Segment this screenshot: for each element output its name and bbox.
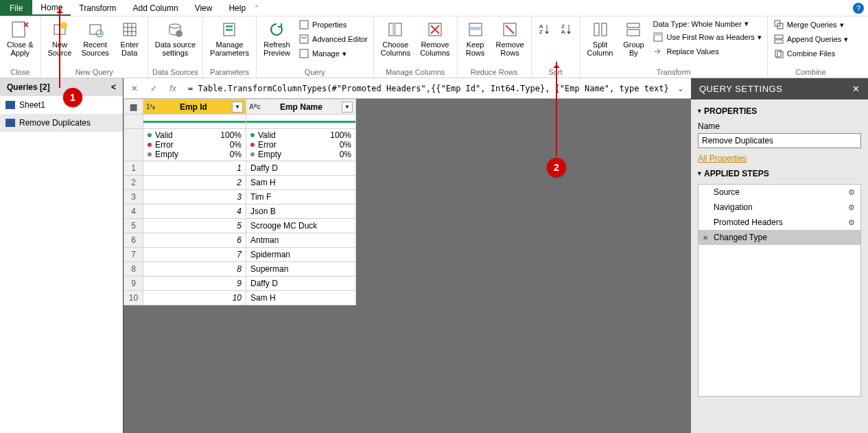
svg-rect-22 — [392, 23, 396, 36]
close-settings-icon[interactable]: ✕ — [852, 84, 860, 94]
group-by-button[interactable]: GroupBy — [620, 18, 647, 58]
keep-rows-button[interactable]: KeepRows — [462, 18, 489, 58]
svg-rect-16 — [226, 29, 233, 31]
gear-icon[interactable]: ⚙ — [848, 218, 855, 227]
properties-button[interactable]: Properties — [297, 18, 369, 32]
table-row[interactable]: 66Antman — [124, 233, 356, 248]
formula-bar: ✕ ✓ fx ⌄ — [124, 78, 691, 99]
collapse-ribbon-icon[interactable]: ⌃ — [254, 4, 259, 16]
collapse-queries-icon[interactable]: < — [111, 82, 116, 92]
formula-input[interactable] — [185, 81, 672, 96]
ribbon-group-transform: Transform — [585, 68, 763, 78]
column-header-emp-id[interactable]: 1²₃ Emp Id ▾ — [143, 100, 246, 115]
query-name-input[interactable] — [698, 133, 861, 148]
svg-rect-45 — [775, 40, 783, 43]
svg-rect-5 — [90, 25, 101, 34]
table-row[interactable]: 22Sam H — [124, 176, 356, 190]
append-queries-button[interactable]: Append Queries ▾ — [772, 32, 850, 46]
menu-bar: File Home Transform Add Column View Help… — [0, 0, 868, 16]
all-properties-link[interactable]: All Properties — [698, 154, 861, 163]
table-corner[interactable]: ▦ — [124, 100, 143, 115]
column-stats: Valid100% Error0% Empty0% — [143, 129, 246, 161]
table-row[interactable]: 1010Sam H — [124, 291, 356, 305]
table-icon — [5, 101, 15, 109]
merge-queries-button[interactable]: Merge Queries ▾ — [772, 18, 850, 32]
cancel-formula-icon[interactable]: ✕ — [128, 82, 141, 95]
svg-rect-44 — [775, 35, 783, 38]
table-row[interactable]: 99Daffy D — [124, 277, 356, 291]
recent-sources-button[interactable]: RecentSources — [78, 18, 111, 58]
sort-desc-button[interactable]: ZA — [558, 18, 576, 41]
step-promoted-headers[interactable]: Promoted Headers⚙ — [699, 215, 860, 230]
table-row[interactable]: 55Scrooge MC Duck — [124, 219, 356, 233]
query-settings-title: QUERY SETTINGS — [699, 84, 782, 94]
table-row[interactable]: 88Superman — [124, 262, 356, 277]
ribbon-group-manage-columns: Manage Columns — [378, 68, 453, 78]
data-type-button[interactable]: Data Type: Whole Number ▾ — [651, 18, 762, 30]
help-icon[interactable]: ? — [853, 3, 864, 14]
menu-add-column[interactable]: Add Column — [125, 0, 187, 16]
table-row[interactable]: 33Tim F — [124, 190, 356, 204]
column-header-emp-name[interactable]: Aᴮc Emp Name ▾ — [246, 100, 356, 115]
table-row[interactable]: 44Json B — [124, 204, 356, 219]
svg-point-12 — [169, 24, 180, 28]
gear-icon[interactable]: ⚙ — [848, 188, 855, 197]
annotation-badge-2: 2 — [547, 158, 566, 177]
svg-rect-18 — [300, 35, 308, 43]
svg-rect-41 — [654, 33, 662, 36]
properties-heading[interactable]: PROPERTIES — [698, 106, 861, 116]
manage-parameters-button[interactable]: ManageParameters — [207, 18, 252, 58]
ribbon-group-datasources: Data Sources — [152, 68, 198, 78]
split-column-button[interactable]: SplitColumn — [585, 18, 616, 58]
remove-rows-button[interactable]: RemoveRows — [493, 18, 527, 58]
enter-data-button[interactable]: EnterData — [116, 18, 143, 58]
data-source-settings-button[interactable]: Data sourcesettings — [152, 18, 198, 58]
close-apply-button[interactable]: Close &Apply — [4, 18, 36, 58]
step-source[interactable]: Source⚙ — [699, 185, 860, 200]
ribbon-group-close: Close — [4, 68, 36, 78]
menu-file[interactable]: File — [0, 0, 32, 16]
refresh-preview-button[interactable]: RefreshPreview — [261, 18, 293, 58]
queries-title: Queries [2] — [7, 82, 50, 92]
svg-rect-37 — [602, 23, 607, 36]
svg-rect-20 — [300, 49, 308, 58]
menu-help[interactable]: Help — [220, 0, 254, 16]
advanced-editor-button[interactable]: Advanced Editor — [297, 32, 369, 46]
table-icon — [5, 119, 15, 127]
delete-step-icon[interactable]: ✕ — [703, 234, 708, 242]
query-item-sheet1[interactable]: Sheet1 — [0, 96, 123, 114]
svg-line-29 — [506, 25, 514, 34]
combine-files-button[interactable]: Combine Files — [772, 47, 850, 60]
choose-columns-button[interactable]: ChooseColumns — [378, 18, 413, 58]
menu-home[interactable]: Home — [32, 0, 71, 16]
name-label: Name — [698, 121, 861, 131]
svg-point-6 — [96, 30, 103, 37]
gear-icon[interactable]: ⚙ — [848, 203, 855, 212]
step-changed-type[interactable]: ✕Changed Type — [699, 230, 860, 245]
manage-button[interactable]: Manage ▾ — [297, 47, 369, 60]
column-filter-icon[interactable]: ▾ — [232, 102, 243, 113]
query-item-remove-duplicates[interactable]: Remove Duplicates — [0, 114, 123, 132]
menu-transform[interactable]: Transform — [71, 0, 124, 16]
commit-formula-icon[interactable]: ✓ — [147, 82, 161, 95]
type-icon: Aᴮc — [249, 103, 261, 110]
column-filter-icon[interactable]: ▾ — [342, 102, 353, 113]
svg-rect-15 — [226, 25, 233, 27]
svg-rect-7 — [124, 23, 136, 36]
svg-text:Z: Z — [539, 29, 543, 35]
table-row[interactable]: 77Spiderman — [124, 248, 356, 262]
table-row[interactable]: 11Daffy D — [124, 161, 356, 176]
remove-columns-button[interactable]: RemoveColumns — [417, 18, 452, 58]
first-row-headers-button[interactable]: Use First Row as Headers ▾ — [651, 30, 762, 44]
expand-formula-icon[interactable]: ⌄ — [677, 84, 687, 93]
sort-asc-button[interactable]: AZ — [536, 18, 554, 41]
column-stats: Valid100% Error0% Empty0% — [246, 129, 356, 161]
menu-view[interactable]: View — [187, 0, 221, 16]
ribbon: Close &Apply Close NewSource RecentSourc… — [0, 16, 868, 78]
svg-point-13 — [176, 30, 183, 37]
replace-values-button[interactable]: Replace Values — [651, 45, 762, 58]
applied-steps-heading[interactable]: APPLIED STEPS — [698, 169, 861, 178]
ribbon-group-query: Query — [261, 68, 369, 78]
annotation-arrow-2 — [556, 62, 557, 156]
step-navigation[interactable]: Navigation⚙ — [699, 200, 860, 215]
